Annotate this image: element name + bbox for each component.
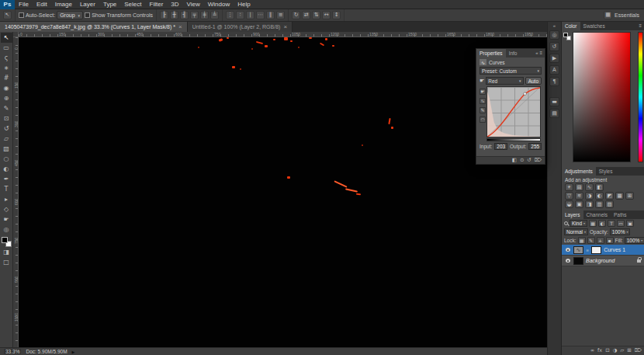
zoom-tool[interactable]: ◎ — [1, 224, 12, 235]
layer-effects-icon[interactable]: fx — [597, 348, 602, 353]
panel-menu-icon[interactable]: ≡ — [539, 50, 542, 55]
curves-layer-thumbnail[interactable] — [573, 246, 583, 254]
align-left-edges-icon[interactable]: ╟ — [160, 11, 168, 19]
layer-mask-thumbnail[interactable] — [591, 246, 601, 254]
menu-window[interactable]: Window — [204, 0, 234, 9]
curve-point-handle[interactable] — [524, 92, 526, 95]
tab-close-icon[interactable]: × — [283, 23, 287, 30]
tab-color[interactable]: Color — [562, 22, 580, 30]
hue-saturation-adjustment-icon[interactable]: ≋ — [575, 192, 583, 200]
filter-type-layers-icon[interactable]: T — [608, 220, 615, 227]
lasso-tool[interactable]: ς — [1, 53, 12, 63]
eraser-tool[interactable]: ▱ — [1, 134, 12, 144]
posterize-adjustment-icon[interactable]: ▣ — [575, 200, 583, 208]
align-vertical-centers-icon[interactable]: ╪ — [200, 11, 209, 19]
auto-button[interactable]: Auto — [525, 77, 542, 85]
distribute-right-edges-icon[interactable]: ≡ — [276, 11, 285, 19]
layer-row-curves-1[interactable]: Curves 1 — [562, 245, 644, 256]
new-group-icon[interactable]: ▱ — [620, 348, 624, 353]
curves-adjustment-icon[interactable]: ∿ — [585, 183, 594, 191]
tab-swatches[interactable]: Swatches — [580, 22, 608, 30]
type-tool[interactable]: T — [1, 184, 12, 194]
horizontal-ruler[interactable]: 0150300450600750900105012001350150016501… — [19, 32, 547, 37]
foreground-color-swatch[interactable] — [2, 237, 8, 243]
distribute-bottom-edges-icon[interactable]: ∣ — [246, 11, 254, 19]
filter-adjustment-layers-icon[interactable]: ◐ — [598, 220, 606, 227]
levels-adjustment-icon[interactable]: ▤ — [575, 183, 583, 191]
lock-image-pixels-icon[interactable]: ✎ — [587, 237, 595, 244]
layer-name[interactable]: Background — [586, 258, 615, 263]
threshold-adjustment-icon[interactable]: ◨ — [585, 200, 594, 208]
menu-help[interactable]: Help — [234, 0, 254, 9]
crop-tool[interactable]: # — [1, 73, 12, 83]
ruler-origin-corner[interactable] — [13, 32, 19, 37]
link-layers-icon[interactable]: ∞ — [590, 348, 594, 353]
marquee-tool[interactable]: ▭ — [1, 43, 12, 53]
saturation-brightness-picker[interactable] — [573, 32, 631, 162]
brush-tool[interactable]: ✎ — [1, 103, 12, 113]
lock-all-icon[interactable]: ▪ — [606, 237, 614, 244]
document-tab[interactable]: 14050473979_dec7a8e847_k.jpg @ 33.3% (Cu… — [0, 22, 188, 32]
color-panel-menu-icon[interactable]: ≡ — [639, 23, 644, 28]
properties-panel[interactable]: PropertiesInfo « ≡ ∿ Curves Preset: Cust… — [476, 48, 545, 165]
selective-color-adjustment-icon[interactable]: ▨ — [605, 200, 614, 208]
move-tool[interactable]: ↖ — [1, 33, 12, 43]
color-panel-swatches[interactable] — [563, 33, 571, 40]
filter-shape-layers-icon[interactable]: ▭ — [617, 220, 625, 227]
filter-pixel-layers-icon[interactable]: ▦ — [589, 220, 597, 227]
smooth-curve-icon[interactable]: ◠ — [480, 117, 486, 123]
reset-adjustment-icon[interactable]: ↺ — [527, 158, 531, 163]
fill-dropdown[interactable]: 100% — [625, 237, 644, 244]
align-bottom-edges-icon[interactable]: ╧ — [210, 11, 219, 19]
menu-file[interactable]: File — [15, 0, 33, 9]
menu-filter[interactable]: Filter — [146, 0, 168, 9]
distribute-vertical-centers-icon[interactable]: ∶ — [236, 11, 244, 19]
tab-channels[interactable]: Channels — [583, 211, 611, 219]
document-canvas[interactable] — [19, 37, 547, 347]
tab-properties[interactable]: Properties — [476, 49, 506, 57]
collapse-panel-icon[interactable]: « — [535, 50, 538, 55]
blend-mode-dropdown[interactable]: Normal — [564, 228, 588, 235]
filter-kind-dropdown[interactable]: Kind — [570, 220, 587, 227]
menu-3d[interactable]: 3D — [167, 0, 182, 9]
document-tab[interactable]: Untitled-1 @ 100% (Layer 2, RGB/8)× — [188, 22, 293, 32]
gradient-tool[interactable]: ▧ — [1, 144, 12, 154]
menu-select[interactable]: Select — [120, 0, 145, 9]
3d-rotate-icon[interactable]: ↻ — [292, 11, 300, 19]
tab-paths[interactable]: Paths — [611, 211, 630, 219]
delete-layer-icon[interactable]: ⌦ — [635, 348, 642, 353]
expand-panels-icon[interactable]: « — [553, 23, 556, 28]
output-value-field[interactable]: 255 — [528, 143, 542, 150]
toggle-visibility-icon[interactable]: ⊙ — [520, 158, 524, 163]
healing-brush-tool[interactable]: ⊕ — [1, 93, 12, 103]
menu-edit[interactable]: Edit — [33, 0, 51, 9]
history-panel-icon[interactable]: ↺ — [549, 42, 559, 51]
layer-name[interactable]: Curves 1 — [604, 247, 625, 252]
hue-slider[interactable] — [638, 32, 643, 162]
filter-smart-objects-icon[interactable]: ▣ — [626, 220, 634, 227]
quick-selection-tool[interactable]: ∗ — [1, 63, 12, 73]
tab-adjustments[interactable]: Adjustments — [562, 167, 596, 176]
blur-tool[interactable]: ○ — [1, 154, 12, 164]
vibrance-adjustment-icon[interactable]: ▽ — [565, 192, 573, 200]
black-white-adjustment-icon[interactable]: ◐ — [595, 192, 604, 200]
distribute-top-edges-icon[interactable]: ⋮ — [226, 11, 234, 19]
input-value-field[interactable]: 203 — [494, 143, 507, 150]
exposure-adjustment-icon[interactable]: ◧ — [595, 183, 604, 191]
path-selection-tool[interactable]: ▸ — [1, 194, 12, 204]
layer-visibility-toggle[interactable] — [564, 248, 571, 252]
pen-tool[interactable]: ✒ — [1, 174, 12, 184]
delete-adjustment-icon[interactable]: ⌦ — [535, 158, 542, 163]
distribute-left-edges-icon[interactable]: ⋯ — [256, 11, 265, 19]
opacity-dropdown[interactable]: 100% — [610, 228, 631, 235]
brightness-contrast-adjustment-icon[interactable]: ☀ — [565, 183, 573, 191]
show-transform-checkbox[interactable] — [85, 12, 90, 18]
align-right-edges-icon[interactable]: ╢ — [180, 11, 189, 19]
navigator-panel-icon[interactable]: ◎ — [549, 30, 559, 40]
new-layer-icon[interactable]: ⊞ — [627, 348, 631, 353]
notes-panel-icon[interactable]: ▤ — [549, 109, 559, 118]
tab-styles[interactable]: Styles — [596, 167, 616, 176]
preset-dropdown[interactable]: Preset: Custom — [480, 67, 542, 75]
draw-curve-pencil-icon[interactable]: ✎ — [480, 107, 486, 113]
hand-tool[interactable]: ☛ — [1, 214, 12, 224]
